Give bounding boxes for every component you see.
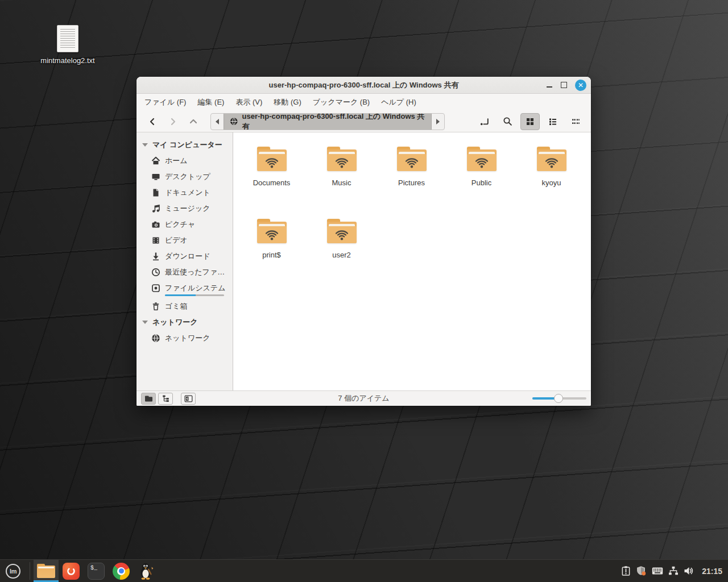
sidebar-item-music[interactable]: ミュージック [136, 201, 233, 217]
file-folder[interactable]: user2 [307, 219, 377, 291]
file-manager-window: user-hp-compaq-pro-6300-sff.local 上の Win… [136, 77, 591, 406]
shared-folder-icon [537, 147, 566, 171]
sidebar-item-network[interactable]: ネットワーク [136, 330, 233, 346]
desktop[interactable]: { "desktop": { "file_icon_label": "mintm… [0, 0, 728, 582]
volume-icon[interactable] [684, 566, 694, 576]
file-folder[interactable]: kyoyu [516, 147, 586, 219]
chrome-icon [113, 563, 130, 580]
file-folder[interactable]: Pictures [377, 147, 446, 219]
menu-bar: ファイル (F) 編集 (E) 表示 (V) 移動 (G) ブックマーク (B)… [136, 94, 591, 111]
folder-name: kyoyu [542, 178, 561, 187]
minimize-icon[interactable] [546, 82, 553, 89]
document-icon [151, 188, 160, 197]
shared-folder-icon [257, 219, 287, 243]
wifi-share-icon [264, 229, 280, 241]
menu-file[interactable]: ファイル (F) [140, 95, 191, 110]
shared-folder-icon [397, 147, 427, 171]
wifi-share-icon [334, 157, 350, 169]
close-icon[interactable]: ✕ [575, 80, 586, 91]
search-button[interactable] [498, 113, 517, 130]
film-icon [151, 236, 160, 245]
icon-view-icon [526, 117, 535, 126]
folder-name: Public [471, 178, 491, 187]
file-folder[interactable]: Documents [237, 147, 307, 219]
download-arrow-icon [151, 252, 160, 261]
keyboard-icon[interactable] [652, 567, 663, 575]
system-tray: 21:15 [621, 560, 728, 582]
toolbar: user-hp-compaq-pro-6300-sff.local 上の Win… [136, 111, 591, 132]
icon-view-button[interactable] [520, 113, 540, 130]
sidebar-item-videos[interactable]: ビデオ [136, 232, 233, 248]
penguin-icon [138, 563, 154, 580]
menu-edit[interactable]: 編集 (E) [193, 95, 229, 110]
file-manager-icon [37, 564, 55, 578]
menu-go[interactable]: 移動 (G) [269, 95, 305, 110]
back-button[interactable] [142, 113, 163, 130]
file-folder[interactable]: Music [307, 147, 377, 219]
zoom-slider[interactable] [532, 394, 586, 403]
sidebar-item-documents[interactable]: ドキュメント [136, 185, 233, 201]
sidebar-item-pictures[interactable]: ピクチャ [136, 217, 233, 232]
sidebar-item-desktop[interactable]: デスクトップ [136, 169, 233, 185]
list-view-icon [548, 117, 557, 126]
taskbar-app-firefox[interactable] [59, 560, 84, 582]
taskbar: lm $_ [0, 559, 728, 582]
wifi-share-icon [404, 157, 420, 169]
network-wired-icon[interactable] [668, 566, 679, 576]
maximize-icon[interactable] [561, 82, 567, 88]
taskbar-clock[interactable]: 21:15 [702, 567, 722, 576]
status-bar: 7 個のアイテム [136, 390, 591, 406]
menu-help[interactable]: ヘルプ (H) [377, 95, 421, 110]
shared-folder-icon [257, 147, 287, 171]
window-title: user-hp-compaq-pro-6300-sff.local 上の Win… [136, 80, 591, 90]
taskbar-app-chrome[interactable] [109, 560, 134, 582]
edit-location-button[interactable] [475, 113, 494, 130]
trash-icon [151, 302, 160, 311]
sidebar-item-trash[interactable]: ゴミ箱 [136, 298, 233, 314]
desktop-file-label: mintmatelog2.txt [33, 56, 102, 65]
sidebar-item-home[interactable]: ホーム [136, 153, 233, 169]
sidebar-item-downloads[interactable]: ダウンロード [136, 248, 233, 264]
forward-button[interactable] [163, 113, 183, 130]
menu-button[interactable]: lm [0, 560, 26, 582]
titlebar[interactable]: user-hp-compaq-pro-6300-sff.local 上の Win… [136, 77, 591, 94]
camera-icon [151, 220, 160, 229]
taskbar-app-tux[interactable] [134, 560, 159, 582]
shared-folder-icon [467, 147, 497, 171]
folder-name: Documents [253, 178, 291, 187]
wifi-share-icon [474, 157, 490, 169]
up-button[interactable] [183, 113, 204, 130]
wifi-share-icon [264, 157, 280, 169]
chevron-right-icon [168, 117, 177, 126]
home-icon [151, 156, 160, 165]
edit-location-icon [480, 117, 490, 126]
file-folder[interactable]: Public [446, 147, 516, 219]
sidebar-section-computer[interactable]: マイ コンピューター [136, 137, 233, 153]
taskbar-separator [30, 562, 30, 580]
desktop-monitor-icon [151, 172, 160, 181]
taskbar-app-file-manager[interactable] [34, 560, 59, 582]
collapse-triangle-icon [142, 143, 148, 147]
breadcrumb-current[interactable]: user-hp-compaq-pro-6300-sff.local 上の Win… [224, 114, 432, 130]
desktop-file-mintmatelog2[interactable]: mintmatelog2.txt [33, 25, 102, 65]
zoom-slider-handle[interactable] [554, 394, 563, 403]
shield-update-icon[interactable] [636, 566, 647, 576]
folder-name: print$ [262, 251, 281, 259]
file-view[interactable]: Documents Music Pictures [233, 132, 591, 390]
breadcrumb-scroll-right[interactable] [432, 114, 444, 130]
file-folder[interactable]: print$ [237, 219, 307, 291]
clipboard-alert-icon[interactable] [621, 566, 631, 576]
sidebar-item-recent[interactable]: 最近使ったファ… [136, 264, 233, 280]
breadcrumb-scroll-left[interactable] [211, 114, 224, 130]
compact-view-button[interactable] [566, 113, 585, 130]
menu-bookmarks[interactable]: ブックマーク (B) [308, 95, 374, 110]
taskbar-app-terminal[interactable]: $_ [84, 560, 109, 582]
shared-folder-icon [327, 219, 357, 243]
list-view-button[interactable] [543, 113, 562, 130]
sidebar-section-network[interactable]: ネットワーク [136, 314, 233, 330]
menu-view[interactable]: 表示 (V) [231, 95, 267, 110]
disk-icon [151, 284, 160, 293]
wifi-share-icon [544, 157, 560, 169]
chevron-up-icon [189, 117, 198, 126]
sidebar-item-filesystem[interactable]: ファイルシステム [136, 280, 233, 296]
